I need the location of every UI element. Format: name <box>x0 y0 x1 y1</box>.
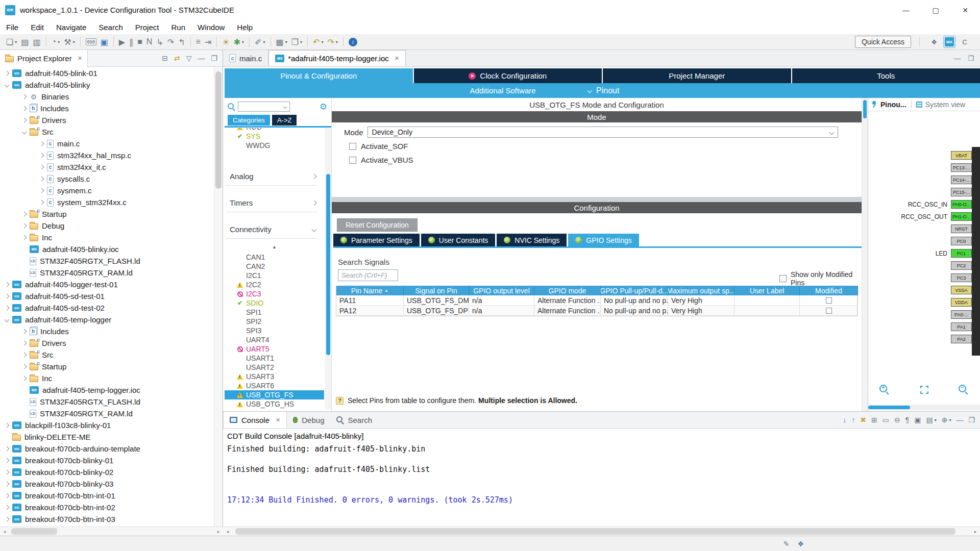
peripheral-item-usart6[interactable]: USART6 <box>225 381 324 390</box>
expander-icon[interactable] <box>22 212 27 217</box>
console-output[interactable]: Finished building: adafruit-f405-blinky.… <box>227 444 976 525</box>
peripheral-item-i2c3[interactable]: I2C3 <box>225 289 324 298</box>
menu-edit[interactable]: Edit <box>24 20 50 34</box>
modified-checkbox[interactable] <box>826 308 832 314</box>
modified-checkbox[interactable] <box>826 297 832 304</box>
expander-icon[interactable] <box>22 376 27 381</box>
expander-icon[interactable] <box>5 306 10 311</box>
menu-help[interactable]: Help <box>231 20 259 34</box>
minimize-view-icon[interactable]: — <box>198 54 205 62</box>
tab-pinout-configuration[interactable]: Pinout & Configuration <box>225 68 413 83</box>
tree-item[interactable]: Inc <box>0 232 214 243</box>
project-explorer-hscrollbar[interactable]: ◂ ▸ <box>0 527 223 536</box>
tree-item[interactable]: blinky-DELETE-ME <box>0 431 214 443</box>
resume-icon[interactable]: ▶ <box>117 36 127 48</box>
expander-icon[interactable] <box>39 188 44 193</box>
peripheral-item-sdio[interactable]: ✔SDIO <box>225 298 324 308</box>
peripheral-item-usart1[interactable]: USART1 <box>225 354 324 363</box>
tab-a-to-z[interactable]: A->Z <box>272 115 297 126</box>
tree-item[interactable]: IDEadafruit-f405-temp-logger <box>0 314 214 325</box>
tree-item[interactable]: ⚙Binaries <box>0 91 214 103</box>
new-cfile-icon[interactable]: ❒▾ <box>289 36 304 48</box>
suspend-icon[interactable]: ∥ <box>127 36 135 48</box>
tree-item[interactable]: csystem_stm32f4xx.c <box>0 196 214 208</box>
display-console-icon[interactable]: ▤▾ <box>926 416 936 424</box>
table-row[interactable]: PA12USB_OTG_FS_DPn/aAlternate Function .… <box>336 306 857 316</box>
pin-vdda[interactable]: VDDA <box>951 298 972 307</box>
column-header-user-label[interactable]: User Label <box>734 286 800 295</box>
scrollbar-thumb[interactable] <box>215 71 222 189</box>
scrollbar-thumb[interactable] <box>11 528 57 535</box>
save-icon[interactable]: ▤ <box>19 36 31 48</box>
maximize-view-icon[interactable]: ❐ <box>211 54 217 62</box>
maximize-editor-icon[interactable]: ❐ <box>968 55 974 62</box>
previous-annotation-icon[interactable]: ↑ <box>851 416 855 424</box>
peripheral-group-connectivity[interactable]: Connectivity <box>225 224 324 234</box>
expander-icon[interactable] <box>39 141 44 146</box>
peripheral-group-analog[interactable]: Analog <box>225 171 324 181</box>
expander-icon[interactable] <box>22 235 27 240</box>
maximize-view-icon[interactable]: ❐ <box>968 416 975 424</box>
tree-item[interactable]: IDEadafruit-f405-blink-01 <box>0 67 214 79</box>
activate-sof-checkbox[interactable] <box>349 143 356 150</box>
expander-icon[interactable] <box>5 446 10 452</box>
column-header-signal-on-pin[interactable]: Signal on Pin <box>404 286 469 295</box>
expander-icon[interactable] <box>5 517 10 522</box>
expander-icon[interactable] <box>5 71 10 76</box>
c-cpp-perspective-icon[interactable]: C <box>959 36 971 48</box>
peripheral-item-spi2[interactable]: SPI2 <box>225 317 324 326</box>
tree-item[interactable]: IDEadafruit-f405-blinky <box>0 79 214 91</box>
zoom-out-icon[interactable]: − <box>958 384 970 396</box>
pin-pc3[interactable]: PC3 <box>951 273 972 282</box>
tab-nvic-settings[interactable]: ✓NVIC Settings <box>497 234 567 246</box>
tree-item[interactable]: Startup <box>0 361 214 372</box>
debug-icon[interactable]: ☀ <box>220 36 231 48</box>
pin-pa2[interactable]: PA2 <box>951 335 972 343</box>
tree-item[interactable]: IDEbreakout-f070cb-blinky-02 <box>0 466 214 478</box>
expander-icon[interactable] <box>5 493 10 498</box>
tree-item[interactable]: Drivers <box>0 337 214 349</box>
console-hscrollbar[interactable]: ◂ ▸ <box>223 527 980 536</box>
fit-to-view-icon[interactable] <box>920 386 928 394</box>
tab-pinout-view[interactable]: Pinou... <box>872 101 906 109</box>
menu-run[interactable]: Run <box>165 20 191 34</box>
tree-item[interactable]: IDEbreakout-f070cb-blinky-01 <box>0 455 214 466</box>
configuration-scrollbar[interactable] <box>862 98 868 411</box>
link-with-editor-icon[interactable]: ⇄ <box>174 54 180 62</box>
pin-nrst[interactable]: NRST <box>951 224 972 233</box>
column-header-gpio-pull-up-pull-d-[interactable]: GPIO Pull-up/Pull-d... <box>601 286 668 295</box>
tree-item[interactable]: IDEbreakout-f070cb-btn-int-02 <box>0 502 214 513</box>
disconnect-icon[interactable]: N <box>144 36 155 48</box>
pin-ph0o[interactable]: PH0-O... <box>951 200 972 209</box>
tab-project-manager[interactable]: Project Manager <box>603 68 791 83</box>
view-menu-icon[interactable]: ▽ <box>186 54 192 62</box>
tree-item[interactable]: hIncludes <box>0 103 214 114</box>
tree-item[interactable]: IDEbreakout-f070cb-btn-int-01 <box>0 490 214 502</box>
peripheral-item-spi1[interactable]: SPI1 <box>225 308 324 317</box>
tree-item[interactable]: LDSTM32F405RGTX_FLASH.ld <box>0 255 214 267</box>
peripheral-item-can2[interactable]: CAN2 <box>225 262 324 271</box>
tree-item[interactable]: cmain.c <box>0 138 214 149</box>
scroll-lock-icon[interactable]: ⊖ <box>894 416 900 424</box>
expander-icon[interactable] <box>39 200 44 205</box>
step-into-icon[interactable]: ↳ <box>154 36 165 48</box>
tree-item[interactable]: Debug <box>0 220 214 232</box>
tab-project-explorer[interactable]: Project Explorer ✕ <box>0 50 88 67</box>
step-return-icon[interactable]: ↰ <box>176 36 187 48</box>
maximize-window-button[interactable]: ▢ <box>921 0 950 20</box>
column-header-gpio-mode[interactable]: GPIO mode <box>534 286 601 295</box>
scrollbar-thumb[interactable] <box>235 528 955 535</box>
tree-item[interactable]: csysmem.c <box>0 185 214 196</box>
expander-icon[interactable] <box>5 458 10 463</box>
close-view-icon[interactable]: ✕ <box>78 55 82 62</box>
pinout-hscrollbar[interactable] <box>868 405 980 410</box>
tab-system-view[interactable]: System view <box>916 101 966 109</box>
tree-item[interactable]: MXadafruit-f405-blinky.ioc <box>0 243 214 255</box>
tab-clock-configuration[interactable]: ✕Clock Configuration <box>414 68 602 83</box>
expander-icon[interactable] <box>39 153 44 158</box>
section-splitter[interactable] <box>332 197 862 202</box>
remove-all-launches-icon[interactable]: ⊞ <box>871 416 877 424</box>
peripheral-item-usart2[interactable]: USART2 <box>225 363 324 372</box>
pin-pa0[interactable]: PA0-... <box>951 310 972 319</box>
tree-item[interactable]: LDSTM32F405RGTX_FLASH.ld <box>0 396 214 408</box>
